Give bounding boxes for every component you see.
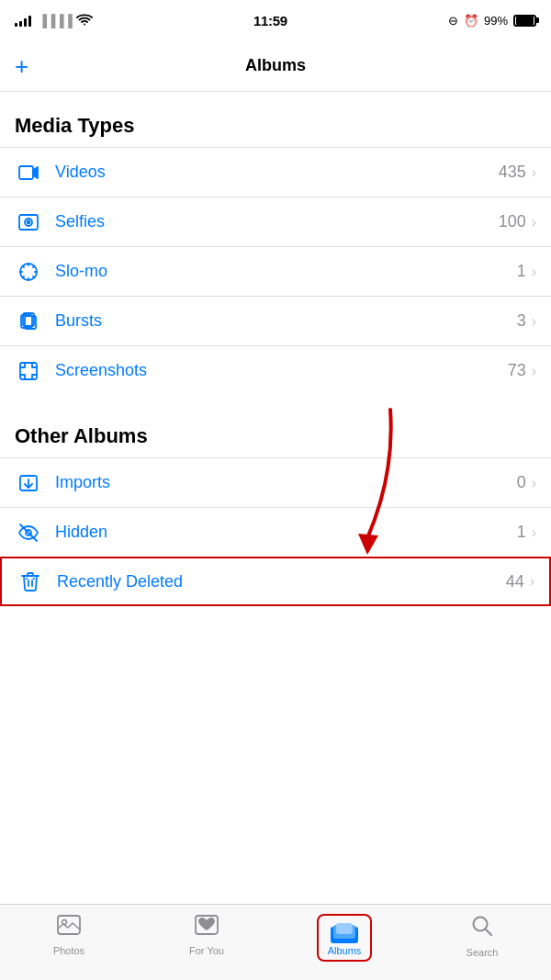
videos-count: 435: [499, 163, 526, 182]
photos-tab-icon: [56, 914, 82, 941]
tab-photos[interactable]: Photos: [0, 914, 138, 956]
slomo-count: 1: [517, 262, 526, 281]
screenshot-icon: [15, 357, 42, 385]
imports-icon: [15, 469, 42, 497]
selfies-label: Selfies: [55, 212, 499, 231]
videos-label: Videos: [55, 163, 499, 182]
signal-bar-3: [24, 18, 27, 27]
imports-label: Imports: [55, 473, 517, 492]
lock-icon: ⊖: [448, 14, 458, 28]
videos-chevron: ›: [532, 164, 536, 181]
svg-marker-2: [33, 167, 38, 178]
battery-icon: [513, 15, 536, 27]
wifi-icon: [76, 13, 93, 28]
content-area: Media Types Videos 435 › Selfies 100 ›: [0, 92, 551, 606]
signal-bar-1: [15, 23, 17, 27]
screenshots-chevron: ›: [532, 363, 536, 379]
svg-rect-18: [20, 363, 37, 379]
recently-deleted-label: Recently Deleted: [57, 572, 506, 591]
svg-point-0: [84, 23, 85, 25]
selfies-chevron: ›: [532, 214, 536, 231]
screenshots-label: Screenshots: [55, 361, 508, 380]
tab-for-you[interactable]: For You: [138, 914, 276, 956]
selfie-icon: [15, 208, 42, 236]
status-time: 11:59: [253, 13, 287, 28]
svg-line-30: [486, 929, 492, 936]
slomo-label: Slo-mo: [55, 262, 517, 281]
list-item-slomo[interactable]: Slo-mo 1 ›: [0, 246, 551, 296]
svg-rect-26: [58, 916, 80, 934]
battery-fill: [516, 17, 534, 25]
svg-line-14: [23, 276, 24, 277]
nav-title: Albums: [245, 56, 306, 75]
signal-bars: [15, 14, 31, 27]
list-item-imports[interactable]: Imports 0 ›: [0, 457, 551, 507]
status-right: ⊖ ⏰ 99%: [448, 14, 536, 28]
video-icon: [15, 159, 42, 186]
recently-deleted-chevron: ›: [530, 573, 534, 590]
hidden-icon: [15, 519, 42, 546]
alarm-icon: ⏰: [464, 14, 478, 28]
list-item-screenshots[interactable]: Screenshots 73 ›: [0, 345, 551, 395]
battery-percent: 99%: [484, 14, 508, 28]
albums-tab-label: Albums: [328, 945, 362, 956]
svg-marker-23: [358, 534, 378, 555]
tab-search[interactable]: Search: [413, 914, 551, 958]
svg-rect-1: [19, 166, 33, 179]
search-tab-label: Search: [467, 947, 499, 958]
bursts-label: Bursts: [55, 311, 517, 331]
svg-line-11: [23, 265, 24, 266]
hidden-count: 1: [517, 523, 526, 542]
status-left: ▐▐▐▐: [15, 13, 93, 28]
section-header-media-types: Media Types: [0, 92, 551, 147]
tab-bar: Photos For You Albums: [0, 904, 551, 980]
list-item-hidden[interactable]: Hidden 1 ›: [0, 507, 551, 557]
signal-bar-2: [19, 21, 22, 27]
trash-icon: [17, 568, 44, 595]
list-item-videos[interactable]: Videos 435 ›: [0, 147, 551, 197]
svg-line-12: [33, 276, 34, 277]
hidden-label: Hidden: [55, 523, 517, 542]
tab-albums[interactable]: Albums: [276, 914, 413, 962]
imports-count: 0: [517, 473, 526, 492]
status-bar: ▐▐▐▐ 11:59 ⊖ ⏰ 99%: [0, 0, 551, 40]
slomo-chevron: ›: [532, 264, 536, 280]
screenshots-count: 73: [508, 361, 526, 380]
albums-tab-icon: [331, 919, 358, 943]
for-you-tab-icon: [194, 914, 219, 941]
selfies-count: 100: [499, 212, 526, 231]
search-tab-icon: [470, 914, 494, 943]
svg-line-13: [33, 265, 34, 266]
recently-deleted-count: 44: [506, 572, 524, 591]
bursts-count: 3: [517, 311, 526, 331]
slomo-icon: [15, 258, 42, 286]
signal-bar-4: [28, 16, 31, 27]
nav-bar: + Albums: [0, 40, 551, 92]
bursts-chevron: ›: [532, 313, 536, 330]
section-header-other-albums: Other Albums: [0, 402, 551, 457]
bursts-icon: [15, 308, 42, 335]
photos-tab-label: Photos: [53, 945, 84, 956]
list-item-bursts[interactable]: Bursts 3 ›: [0, 296, 551, 345]
hidden-chevron: ›: [532, 524, 536, 541]
for-you-tab-label: For You: [189, 945, 224, 956]
list-item-selfies[interactable]: Selfies 100 ›: [0, 197, 551, 246]
add-button[interactable]: +: [15, 54, 28, 78]
imports-chevron: ›: [532, 475, 536, 491]
annotation-arrow: [331, 400, 404, 569]
svg-point-5: [28, 220, 30, 223]
list-item-recently-deleted[interactable]: Recently Deleted 44 ›: [0, 557, 551, 606]
